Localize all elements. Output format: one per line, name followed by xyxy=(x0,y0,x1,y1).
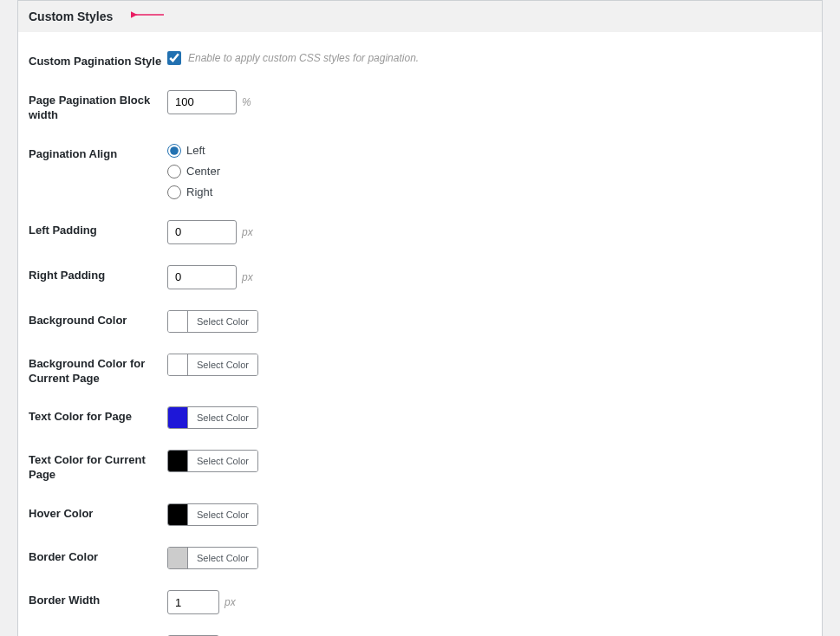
text-color-current-swatch xyxy=(168,451,187,471)
label-left-padding: Left Padding xyxy=(29,220,167,238)
border-width-unit: px xyxy=(225,596,236,608)
row-custom-pagination-style: Custom Pagination Style Enable to apply … xyxy=(29,41,811,80)
align-center-radio[interactable] xyxy=(167,165,181,178)
align-left-label: Left xyxy=(186,144,205,157)
arrow-annotation-icon xyxy=(131,6,166,23)
label-right-padding: Right Padding xyxy=(29,265,167,283)
row-right-padding: Right Padding px xyxy=(29,255,811,300)
row-hover-color: Hover Color Select Color xyxy=(29,493,811,536)
row-border-color: Border Color Select Color xyxy=(29,536,811,580)
label-pagination-align: Pagination Align xyxy=(29,144,167,162)
align-left-radio[interactable] xyxy=(167,144,181,158)
bg-color-current-select-button[interactable]: Select Color xyxy=(187,354,257,375)
bg-color-current-picker[interactable]: Select Color xyxy=(167,354,258,376)
align-left-option[interactable]: Left xyxy=(167,144,205,158)
label-border-color: Border Color xyxy=(29,547,167,565)
label-bg-color-current: Background Color for Current Page xyxy=(29,354,167,386)
right-padding-input[interactable] xyxy=(167,265,237,289)
bg-color-swatch xyxy=(168,311,187,332)
custom-styles-panel: Custom Styles Custom Pagination Style En… xyxy=(17,0,823,636)
align-right-option[interactable]: Right xyxy=(167,185,212,199)
checkbox-wrap: Enable to apply custom CSS styles for pa… xyxy=(167,51,419,65)
bg-color-select-button[interactable]: Select Color xyxy=(187,311,257,332)
custom-pagination-style-hint: Enable to apply custom CSS styles for pa… xyxy=(188,52,419,64)
row-text-color-page: Text Color for Page Select Color xyxy=(29,396,811,439)
align-right-radio[interactable] xyxy=(167,185,181,199)
row-border-radius: Border Radius px xyxy=(29,625,811,636)
hover-color-select-button[interactable]: Select Color xyxy=(187,504,257,525)
panel-body: Custom Pagination Style Enable to apply … xyxy=(18,32,822,636)
custom-pagination-style-checkbox[interactable] xyxy=(167,51,181,65)
text-color-page-picker[interactable]: Select Color xyxy=(167,406,258,429)
panel-title: Custom Styles xyxy=(29,10,113,23)
row-bg-color-current: Background Color for Current Page Select… xyxy=(29,343,811,397)
label-text-color-page: Text Color for Page xyxy=(29,406,167,425)
bg-color-current-swatch xyxy=(168,354,187,375)
border-color-select-button[interactable]: Select Color xyxy=(187,548,257,568)
text-color-current-picker[interactable]: Select Color xyxy=(167,450,258,472)
left-padding-unit: px xyxy=(242,226,253,238)
text-color-page-select-button[interactable]: Select Color xyxy=(187,407,257,428)
text-color-current-select-button[interactable]: Select Color xyxy=(187,451,257,471)
panel-header: Custom Styles xyxy=(18,1,822,32)
label-text-color-current: Text Color for Current Page xyxy=(29,450,167,483)
row-text-color-current: Text Color for Current Page Select Color xyxy=(29,439,811,493)
left-padding-input[interactable] xyxy=(167,220,237,244)
label-bg-color: Background Color xyxy=(29,310,167,328)
text-color-page-swatch xyxy=(168,407,187,428)
border-width-input[interactable] xyxy=(167,590,219,614)
label-custom-pagination-style: Custom Pagination Style xyxy=(29,51,167,69)
block-width-input[interactable] xyxy=(167,90,237,114)
row-border-width: Border Width px xyxy=(29,580,811,625)
bg-color-picker[interactable]: Select Color xyxy=(167,310,258,333)
block-width-unit: % xyxy=(242,96,251,108)
label-hover-color: Hover Color xyxy=(29,503,167,522)
label-block-width: Page Pagination Block width xyxy=(29,90,167,123)
row-block-width: Page Pagination Block width % xyxy=(29,80,811,133)
border-color-picker[interactable]: Select Color xyxy=(167,547,258,569)
hover-color-picker[interactable]: Select Color xyxy=(167,503,258,526)
align-right-label: Right xyxy=(186,185,212,198)
row-pagination-align: Pagination Align Left Center Right xyxy=(29,133,811,210)
row-bg-color: Background Color Select Color xyxy=(29,300,811,343)
row-left-padding: Left Padding px xyxy=(29,210,811,255)
align-center-label: Center xyxy=(186,165,220,178)
border-color-swatch xyxy=(168,548,187,568)
hover-color-swatch xyxy=(168,504,187,525)
align-center-option[interactable]: Center xyxy=(167,165,220,178)
label-border-width: Border Width xyxy=(29,590,167,608)
right-padding-unit: px xyxy=(242,271,253,283)
